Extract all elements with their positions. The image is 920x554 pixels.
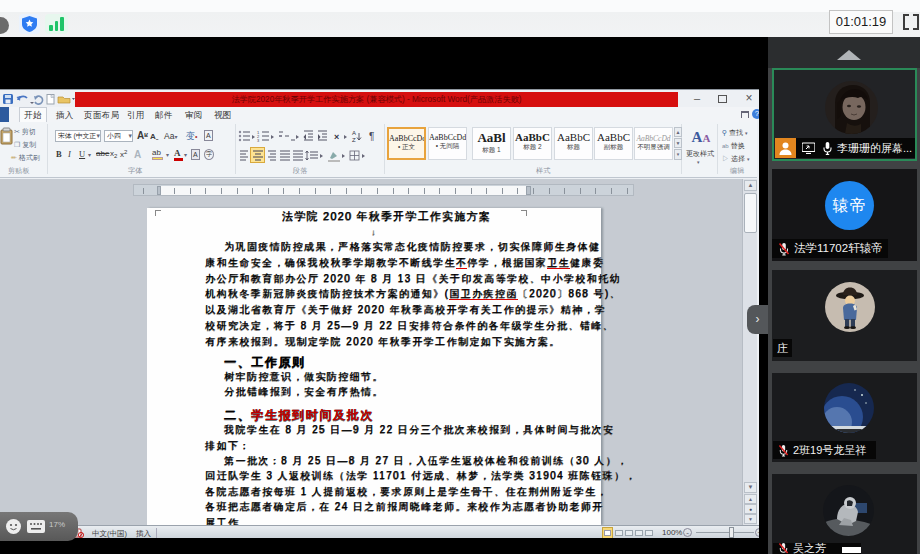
svg-text:3: 3 <box>257 138 260 143</box>
svg-text:A: A <box>352 130 356 136</box>
svg-text:×: × <box>334 132 339 142</box>
svg-text:Z: Z <box>352 137 356 143</box>
svg-text:¶: ¶ <box>369 131 374 142</box>
